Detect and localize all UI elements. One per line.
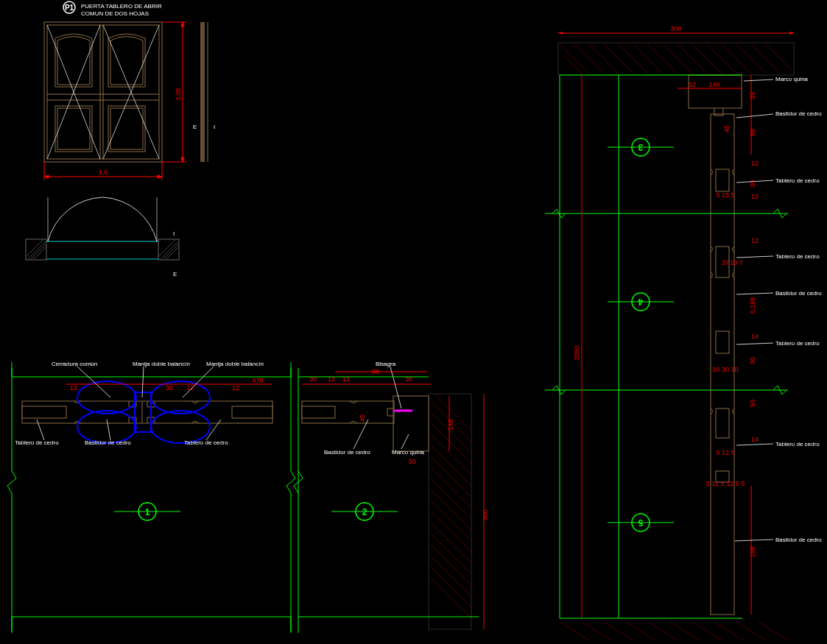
svg-line-126 — [722, 44, 751, 74]
svg-text:P1: P1 — [65, 4, 74, 12]
vertical-section: 300 2050 146 52 39 88 45 12 30 12 5 15 5… — [545, 25, 794, 640]
svg-point-50 — [77, 381, 136, 414]
svg-line-175 — [648, 622, 678, 640]
svg-line-117 — [589, 44, 619, 74]
svg-rect-134 — [716, 169, 729, 191]
svg-text:12: 12 — [751, 160, 759, 167]
lbl-tablero3-sec: Tablero de cedro — [775, 340, 820, 347]
svg-line-64 — [37, 420, 44, 440]
svg-text:12: 12 — [70, 384, 77, 392]
svg-line-120 — [633, 44, 663, 74]
svg-line-127 — [736, 44, 766, 74]
svg-line-171 — [560, 622, 589, 640]
lbl-bastidor1-sec: Bastidor de cedro — [775, 110, 822, 117]
svg-line-78 — [431, 445, 471, 486]
door-plan: I E — [26, 197, 179, 277]
svg-line-130 — [563, 55, 582, 74]
svg-line-188 — [735, 539, 773, 541]
svg-line-125 — [707, 44, 736, 74]
svg-text:30: 30 — [749, 357, 756, 364]
svg-line-129 — [766, 44, 792, 70]
svg-text:1: 1 — [145, 507, 150, 517]
svg-line-80 — [431, 467, 471, 508]
svg-point-52 — [151, 381, 210, 414]
svg-line-119 — [619, 44, 648, 74]
svg-line-89 — [431, 567, 471, 607]
svg-line-187 — [736, 444, 773, 445]
svg-text:5 12 5: 5 12 5 — [716, 449, 734, 456]
svg-text:300: 300 — [670, 25, 681, 32]
svg-rect-131 — [558, 43, 794, 75]
lbl-marco-sec: Marco quina — [775, 76, 808, 82]
svg-text:45: 45 — [359, 414, 366, 422]
svg-text:2,05: 2,05 — [175, 88, 182, 101]
detail-1: 12 30 12 12 478 1 — [7, 362, 295, 633]
svg-text:5 15 5: 5 15 5 — [716, 191, 734, 199]
svg-text:50: 50 — [409, 458, 416, 465]
svg-rect-72 — [302, 406, 335, 418]
svg-line-90 — [431, 578, 471, 618]
svg-line-84 — [431, 512, 471, 552]
svg-line-116 — [574, 44, 604, 74]
svg-line-107 — [390, 367, 401, 408]
svg-rect-54 — [135, 392, 151, 432]
lbl-tablero2-d1: Tablero de cedro — [184, 439, 228, 446]
svg-line-36 — [159, 240, 175, 256]
svg-point-53 — [151, 411, 210, 443]
svg-line-77 — [431, 434, 471, 475]
title-line2: COMUN DE DOS HOJAS — [81, 10, 149, 17]
svg-rect-48 — [232, 406, 272, 418]
svg-line-184 — [736, 256, 773, 258]
svg-text:39: 39 — [749, 92, 756, 99]
svg-rect-132 — [689, 75, 742, 108]
svg-text:12: 12 — [751, 193, 759, 200]
lbl-bastidor-d2: Bastidor de cedro — [324, 449, 370, 456]
svg-text:30: 30 — [166, 384, 173, 392]
svg-line-109 — [401, 434, 409, 449]
svg-text:146: 146 — [447, 419, 454, 430]
svg-line-123 — [678, 44, 707, 74]
svg-line-85 — [431, 523, 471, 563]
svg-rect-9 — [57, 108, 90, 149]
lbl-tablero-d1: Tablero de cedro — [15, 439, 59, 446]
svg-line-121 — [648, 44, 678, 74]
lbl-marco-d2: Marco quina — [392, 449, 424, 456]
svg-text:12: 12 — [232, 384, 239, 392]
svg-line-108 — [353, 420, 368, 449]
svg-line-86 — [431, 534, 471, 574]
svg-text:50: 50 — [749, 400, 756, 407]
svg-text:2: 2 — [362, 507, 367, 517]
title-line1: PUERTA TABLERO DE ABRIR — [81, 3, 162, 10]
svg-text:I: I — [214, 124, 215, 130]
svg-line-177 — [692, 622, 722, 640]
svg-line-172 — [582, 622, 611, 640]
svg-line-185 — [736, 293, 773, 294]
svg-line-179 — [736, 622, 766, 640]
svg-text:10 7: 10 7 — [730, 259, 743, 266]
svg-text:2050: 2050 — [573, 346, 580, 361]
svg-text:5 11 5 12 5 5: 5 11 5 12 5 5 — [706, 480, 745, 487]
svg-line-128 — [751, 44, 781, 74]
svg-line-37 — [166, 247, 178, 259]
svg-line-75 — [431, 412, 471, 453]
svg-line-178 — [714, 622, 744, 640]
svg-line-79 — [431, 456, 471, 497]
svg-line-176 — [670, 622, 700, 640]
svg-line-81 — [431, 478, 471, 519]
svg-line-173 — [604, 622, 633, 640]
svg-line-87 — [431, 545, 471, 585]
svg-text:E: E — [173, 271, 177, 277]
lbl-cerradura: Cerradura común — [52, 361, 97, 367]
lbl-bisagra: Bisagra — [376, 361, 395, 367]
svg-text:478: 478 — [252, 377, 263, 384]
svg-rect-47 — [22, 406, 66, 418]
svg-text:E: E — [193, 124, 197, 130]
svg-text:10 30 10: 10 30 10 — [712, 366, 738, 373]
lbl-bastidor3-sec: Bastidor de cedro — [775, 537, 822, 543]
svg-line-180 — [759, 622, 788, 640]
svg-text:I: I — [173, 230, 175, 237]
svg-line-82 — [431, 489, 471, 530]
svg-line-34 — [161, 241, 178, 259]
lbl-bastidor2-sec: Bastidor de cedro — [775, 290, 822, 297]
svg-line-31 — [27, 240, 43, 256]
